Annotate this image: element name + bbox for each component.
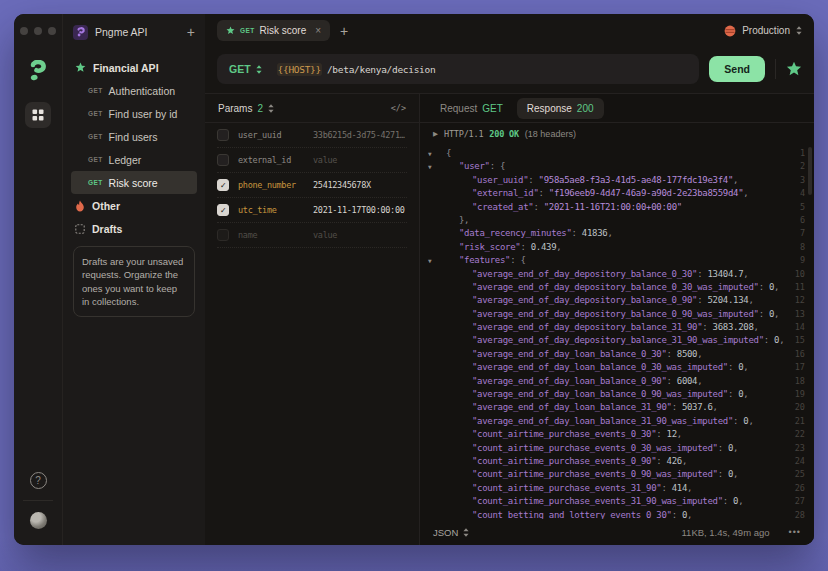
line-number: 2: [800, 160, 805, 173]
params-header[interactable]: Params 2 </>: [205, 94, 419, 123]
param-value-input[interactable]: value: [313, 230, 407, 240]
param-row-user_uuid[interactable]: user_uuid33b6215d-3d75-4271…: [217, 123, 407, 148]
collapse-arrow-icon[interactable]: ▼: [428, 254, 431, 267]
sidebar-request-authentication[interactable]: GETAuthentication: [71, 79, 197, 102]
json-line-27: "count_airtime_purchase_events_31_90_was…: [420, 495, 814, 508]
tab-bar: GET Risk score × + Production: [205, 14, 814, 47]
param-checkbox[interactable]: [217, 129, 229, 141]
response-status-line[interactable]: ▶ HTTP/1.1 200 OK (18 headers): [420, 123, 814, 144]
params-count-badge: 2: [257, 103, 263, 114]
apps-grid-button[interactable]: [25, 102, 51, 128]
param-value-input[interactable]: 25412345678X: [313, 180, 407, 190]
status-ok-label: 200 OK: [489, 129, 519, 139]
sidebar-request-risk-score[interactable]: GETRisk score: [71, 171, 197, 194]
param-checkbox[interactable]: [217, 229, 229, 241]
divider: [775, 59, 776, 79]
param-row-name[interactable]: namevalue: [217, 223, 407, 248]
url-bar[interactable]: GET {{HOST}} /beta/kenya/decision: [217, 54, 699, 84]
param-value-input[interactable]: 2021-11-17T00:00:00: [313, 205, 407, 215]
workspace-icon: [73, 25, 88, 40]
sidebar-request-find-user-by-id[interactable]: GETFind user by id: [71, 102, 197, 125]
method-dropdown-icon[interactable]: [256, 65, 262, 74]
line-number: 19: [795, 388, 805, 401]
window-minimize-button[interactable]: [34, 27, 42, 35]
collapse-arrow-icon[interactable]: ▶: [433, 130, 438, 138]
method-select[interactable]: GET: [229, 63, 251, 75]
activity-rail: ?: [14, 14, 62, 545]
sidebar: Pngme API + Financial API GETAuthenticat…: [62, 14, 205, 545]
json-line-14: "average_end_of_day_depository_balance_3…: [420, 321, 814, 334]
main-panel: GET Risk score × + Production GET: [205, 14, 814, 545]
chevron-updown-icon[interactable]: [463, 528, 469, 537]
param-row-utc_time[interactable]: ✓utc_time2021-11-17T00:00:00: [217, 198, 407, 223]
param-name-input[interactable]: name: [238, 230, 304, 240]
response-meta: 11KB, 1.4s, 49m ago: [682, 527, 770, 538]
param-checkbox[interactable]: [217, 154, 229, 166]
json-line-15: "average_end_of_day_depository_balance_3…: [420, 334, 814, 347]
window-controls: [20, 27, 56, 35]
response-footer: JSON 11KB, 1.4s, 49m ago •••: [420, 519, 814, 545]
response-format-select[interactable]: JSON: [433, 527, 458, 538]
line-number: 28: [795, 509, 805, 519]
param-name-input[interactable]: user_uuid: [238, 130, 304, 140]
sidebar-request-ledger[interactable]: GETLedger: [71, 148, 197, 171]
collapse-arrow-icon[interactable]: ▼: [428, 147, 431, 160]
request-bar: GET {{HOST}} /beta/kenya/decision Send: [205, 47, 814, 93]
favorite-star-icon[interactable]: [786, 61, 802, 77]
line-number: 11: [795, 281, 805, 294]
drafts-label: Drafts: [92, 223, 122, 235]
line-number: 8: [800, 241, 805, 254]
param-value-input[interactable]: 33b6215d-3d75-4271…: [313, 130, 407, 140]
workspace-header[interactable]: Pngme API +: [63, 14, 205, 50]
sidebar-folder-financial-api[interactable]: Financial API: [71, 56, 197, 79]
code-view-icon[interactable]: </>: [391, 103, 406, 113]
sidebar-request-find-users[interactable]: GETFind users: [71, 125, 197, 148]
param-checkbox[interactable]: ✓: [217, 179, 229, 191]
param-row-external_id[interactable]: external_idvalue: [217, 148, 407, 173]
param-name-input[interactable]: phone_number: [238, 180, 304, 190]
app-window: ? Pngme API + Financial API GETAuthentic…: [14, 14, 814, 545]
window-close-button[interactable]: [20, 27, 28, 35]
help-button[interactable]: ?: [30, 472, 47, 489]
param-checkbox[interactable]: ✓: [217, 204, 229, 216]
line-number: 12: [795, 294, 805, 307]
new-tab-button[interactable]: +: [340, 23, 348, 39]
scrollbar-thumb[interactable]: [808, 147, 812, 195]
more-options-icon[interactable]: •••: [789, 527, 801, 537]
sidebar-item-drafts[interactable]: Drafts: [71, 217, 197, 240]
json-line-19: "average_end_of_day_loan_balance_0_90_wa…: [420, 388, 814, 401]
sidebar-folder-other[interactable]: Other: [71, 194, 197, 217]
param-name-input[interactable]: utc_time: [238, 205, 304, 215]
user-avatar[interactable]: [30, 512, 47, 529]
environment-icon: [724, 25, 736, 37]
json-line-28: "count_betting_and_lottery_events_0_30":…: [420, 509, 814, 519]
window-zoom-button[interactable]: [48, 27, 56, 35]
line-number: 14: [795, 321, 805, 334]
json-line-9: ▼"features": {9: [420, 254, 814, 267]
environment-selector[interactable]: Production: [724, 25, 802, 37]
star-icon: [226, 26, 235, 35]
tab-method-label: GET: [240, 27, 255, 34]
tab-risk-score[interactable]: GET Risk score ×: [217, 20, 330, 41]
add-request-button[interactable]: +: [187, 25, 195, 39]
tab-request[interactable]: Request GET: [430, 98, 513, 119]
params-panel: Params 2 </> user_uuid33b6215d-3d75-4271…: [205, 94, 420, 545]
chevron-updown-icon[interactable]: [268, 104, 274, 113]
tab-response[interactable]: Response 200: [517, 98, 604, 119]
line-number: 3: [800, 174, 805, 187]
json-line-1: ▼{1: [420, 147, 814, 160]
param-name-input[interactable]: external_id: [238, 155, 304, 165]
close-tab-icon[interactable]: ×: [315, 25, 321, 36]
param-value-input[interactable]: value: [313, 155, 407, 165]
star-icon: [75, 62, 86, 73]
send-button[interactable]: Send: [709, 56, 765, 82]
line-number: 21: [795, 415, 805, 428]
collapse-arrow-icon[interactable]: ▼: [428, 160, 431, 173]
line-number: 25: [795, 468, 805, 481]
drafts-icon: [75, 224, 85, 234]
host-template-variable[interactable]: {{HOST}}: [277, 63, 322, 76]
response-body[interactable]: ▼{1▼"user": {2"user_uuid": "958a5ae8-f3a…: [420, 144, 814, 519]
json-line-6: },6: [420, 214, 814, 227]
param-row-phone_number[interactable]: ✓phone_number25412345678X: [217, 173, 407, 198]
url-path[interactable]: /beta/kenya/decision: [327, 64, 435, 75]
